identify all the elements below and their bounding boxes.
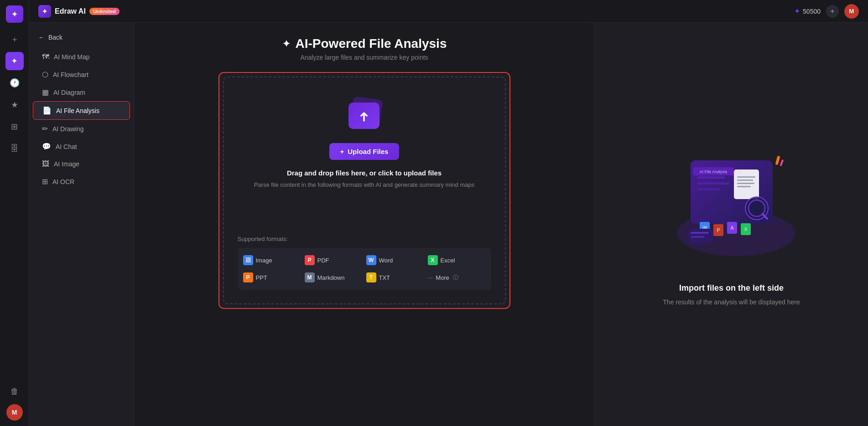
upload-area-wrapper[interactable]: + Upload Files Drag and drop files here,… — [218, 72, 510, 309]
ai-image-icon: 🖼 — [42, 160, 49, 168]
page-title: AI-Powered File Analysis — [296, 36, 447, 51]
credits-value: 50500 — [803, 8, 821, 15]
format-txt[interactable]: T TXT — [366, 271, 424, 284]
svg-text:X: X — [744, 227, 747, 232]
upload-files-button[interactable]: + Upload Files — [329, 143, 400, 160]
format-word[interactable]: W Word — [366, 253, 424, 267]
sidebar-item-label: AI Image — [54, 160, 79, 168]
format-image-icon: 🖼 — [243, 255, 253, 265]
svg-text:AI File Analysis: AI File Analysis — [699, 169, 728, 174]
upload-button-label: Upload Files — [348, 148, 388, 155]
icon-bar-avatar[interactable]: M — [6, 404, 23, 421]
svg-text:A: A — [730, 226, 733, 231]
app-logo-icon[interactable]: ✦ — [6, 5, 23, 23]
ai-drawing-icon: ✏ — [42, 124, 48, 133]
sidebar-item-ai-flowchart[interactable]: ⬡ AI Flowchart — [33, 66, 130, 83]
ai-chat-icon: 💬 — [42, 142, 51, 151]
svg-text:P: P — [717, 228, 720, 233]
content-area: ✦ AI-Powered File Analysis Analyze large… — [134, 23, 868, 426]
svg-rect-29 — [691, 232, 709, 234]
brand: ✦ Edraw AI Unlimited — [38, 5, 120, 18]
right-panel: AI File Analysis — [594, 23, 868, 426]
format-ppt[interactable]: P PPT — [243, 271, 301, 284]
ai-file-analysis-icon: 📄 — [42, 106, 52, 115]
ai-diagram-icon: ▦ — [42, 88, 49, 97]
format-word-icon: W — [366, 255, 376, 265]
format-txt-icon: T — [366, 272, 376, 282]
svg-rect-30 — [691, 236, 704, 238]
ai-flowchart-icon: ⬡ — [42, 70, 48, 79]
icon-bar-template[interactable]: ⊞ — [5, 118, 24, 136]
sidebar-item-label: AI OCR — [52, 178, 74, 185]
sidebar-item-ai-chat[interactable]: 💬 AI Chat — [33, 138, 130, 155]
svg-rect-28 — [688, 229, 713, 242]
unlimited-badge: Unlimited — [89, 8, 120, 15]
sidebar-item-ai-file-analysis[interactable]: 📄 AI File Analysis — [33, 101, 130, 120]
format-ppt-label: PPT — [256, 274, 267, 281]
format-more-info-icon: ⓘ — [453, 274, 458, 282]
icon-bar-new[interactable]: ＋ — [5, 30, 24, 48]
format-markdown-label: Markdown — [317, 274, 345, 281]
icon-bar-storage[interactable]: 🗄 — [5, 139, 24, 158]
sidebar-item-label: AI Chat — [56, 143, 77, 150]
format-markdown[interactable]: M Markdown — [305, 271, 363, 284]
format-excel[interactable]: X Excel — [428, 253, 486, 267]
icon-bar: ✦ ＋ ✦ 🕐 ★ ⊞ 🗄 🗑 M — [0, 0, 29, 426]
right-panel-description: The results of the analysis will be disp… — [663, 298, 800, 307]
brand-name: Edraw AI — [55, 7, 86, 15]
sidebar-item-ai-image[interactable]: 🖼 AI Image — [33, 155, 130, 173]
format-txt-label: TXT — [379, 274, 390, 281]
back-label: Back — [48, 34, 62, 41]
format-excel-label: Excel — [441, 257, 455, 264]
add-credits-button[interactable]: + — [826, 5, 839, 18]
sidebar-item-ai-diagram[interactable]: ▦ AI Diagram — [33, 83, 130, 101]
back-button[interactable]: ← Back — [29, 30, 134, 48]
sidebar: ← Back 🗺 AI Mind Map ⬡ AI Flowchart ▦ AI… — [29, 23, 134, 426]
format-more-dots-icon: ··· — [428, 274, 433, 281]
format-grid: 🖼 Image P PDF W Word — [238, 248, 491, 290]
sidebar-item-label: AI Flowchart — [53, 71, 88, 78]
icon-bar-trash[interactable]: 🗑 — [5, 382, 24, 400]
format-image-label: Image — [256, 257, 272, 264]
svg-rect-33 — [780, 159, 784, 166]
svg-rect-16 — [737, 186, 751, 187]
svg-rect-14 — [737, 180, 753, 181]
right-illustration: AI File Analysis — [663, 142, 800, 270]
sidebar-item-ai-mind-map[interactable]: 🗺 AI Mind Map — [33, 48, 130, 66]
format-pdf[interactable]: P PDF — [305, 253, 363, 267]
svg-rect-11 — [734, 169, 759, 199]
format-pdf-label: PDF — [317, 257, 329, 264]
user-avatar[interactable]: M — [844, 4, 859, 19]
icon-bar-recent[interactable]: 🕐 — [5, 74, 24, 92]
sidebar-item-label: AI Diagram — [53, 89, 85, 96]
format-image[interactable]: 🖼 Image — [243, 253, 301, 267]
page-subtitle: Analyze large files and summarize key po… — [300, 54, 428, 61]
format-more-label: More — [436, 274, 449, 281]
top-header: ✦ Edraw AI Unlimited ✦ 50500 + M — [29, 0, 868, 23]
icon-bar-star[interactable]: ★ — [5, 96, 24, 114]
ai-ocr-icon: ⊞ — [42, 177, 48, 186]
sidebar-item-label: AI Drawing — [52, 125, 83, 133]
svg-rect-32 — [775, 155, 780, 165]
main-content: ✦ AI-Powered File Analysis Analyze large… — [134, 23, 868, 426]
icon-bar-ai[interactable]: ✦ — [5, 52, 24, 70]
page-sparkle-icon: ✦ — [282, 37, 291, 50]
upload-plus-icon: + — [340, 148, 344, 155]
format-word-label: Word — [379, 257, 393, 264]
upload-drop-zone[interactable]: + Upload Files Drag and drop files here,… — [223, 77, 506, 304]
svg-rect-8 — [697, 188, 720, 190]
sidebar-item-ai-ocr[interactable]: ⊞ AI OCR — [33, 173, 130, 190]
brand-logo-icon: ✦ — [38, 5, 51, 18]
svg-rect-6 — [697, 176, 725, 179]
format-more[interactable]: ··· More ⓘ — [428, 271, 486, 284]
ai-mind-map-icon: 🗺 — [42, 53, 49, 61]
sidebar-item-ai-drawing[interactable]: ✏ AI Drawing — [33, 120, 130, 138]
svg-rect-13 — [737, 176, 755, 178]
sidebar-item-label: AI File Analysis — [56, 107, 99, 114]
upload-hint-text: Parse file content in the following form… — [254, 180, 474, 190]
right-panel-title: Import files on the left side — [679, 283, 784, 293]
format-ppt-icon: P — [243, 272, 253, 282]
supported-label: Supported formats: — [238, 236, 491, 242]
svg-rect-15 — [737, 183, 754, 184]
svg-rect-7 — [697, 182, 729, 185]
